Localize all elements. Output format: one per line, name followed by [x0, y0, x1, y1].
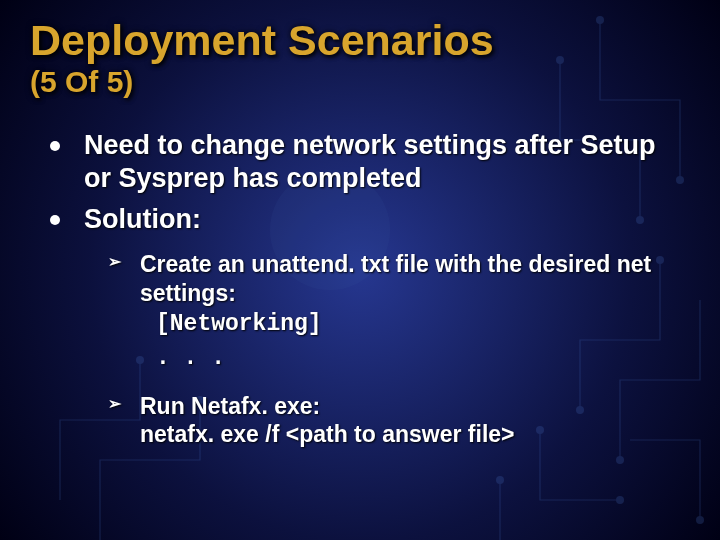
bullet-list: Need to change network settings after Se… — [30, 129, 690, 449]
svg-point-12 — [496, 476, 504, 484]
bullet-item: Solution: Create an unattend. txt file w… — [30, 203, 690, 449]
sub-bullet-list: Create an unattend. txt file with the de… — [84, 250, 690, 449]
bullet-text: Solution: — [84, 204, 201, 234]
sub-bullet-text: Run Netafx. exe: — [140, 393, 320, 419]
svg-point-8 — [696, 516, 704, 524]
slide: Deployment Scenarios (5 Of 5) Need to ch… — [0, 0, 720, 540]
code-line: [Networking] — [140, 309, 690, 340]
bullet-item: Need to change network settings after Se… — [30, 129, 690, 195]
svg-point-6 — [616, 456, 624, 464]
sub-bullet-text: Create an unattend. txt file with the de… — [140, 251, 651, 306]
sub-bullet-text: netafx. exe /f <path to answer file> — [140, 421, 515, 447]
body: Need to change network settings after Se… — [30, 129, 690, 449]
svg-point-7 — [616, 496, 624, 504]
bullet-text: Need to change network settings after Se… — [84, 130, 656, 193]
sub-bullet-item: Create an unattend. txt file with the de… — [84, 250, 690, 374]
slide-title: Deployment Scenarios — [30, 18, 690, 63]
content-area: Deployment Scenarios (5 Of 5) Need to ch… — [0, 0, 720, 449]
code-line: . . . — [140, 343, 690, 374]
sub-bullet-item: Run Netafx. exe: netafx. exe /f <path to… — [84, 392, 690, 450]
slide-subtitle: (5 Of 5) — [30, 65, 690, 99]
